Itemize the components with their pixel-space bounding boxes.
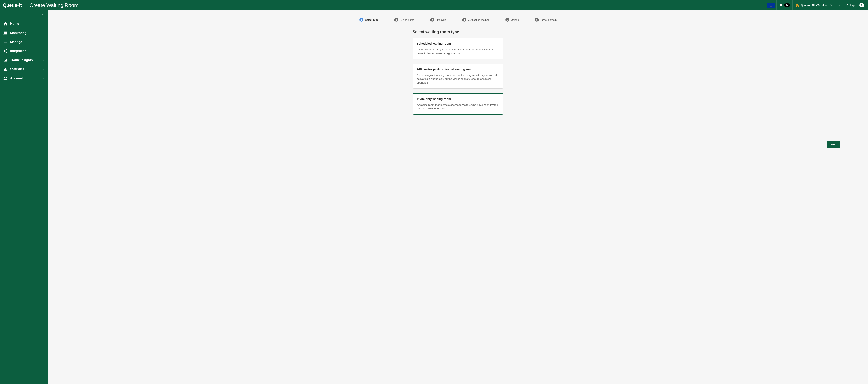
card-desc: A time-bound waiting room that is activa… <box>417 47 499 55</box>
notifications-button[interactable]: 14 <box>777 3 792 7</box>
step-connector <box>448 20 460 20</box>
chevron-down-icon <box>42 41 45 43</box>
card-title: Invite-only waiting room <box>417 97 499 101</box>
option-invite-only[interactable]: Invite-only waiting room A waiting room … <box>413 93 503 115</box>
impersonate-button[interactable]: Imp.. <box>844 4 858 7</box>
sidebar-item-traffic[interactable]: Traffic Insights <box>0 56 48 65</box>
app-header: Queueit Create Waiting Room 14 Queue-it … <box>0 0 868 10</box>
svg-point-3 <box>772 4 773 5</box>
svg-point-10 <box>770 5 770 5</box>
sidebar-item-statistics[interactable]: Statistics <box>0 65 48 74</box>
svg-point-12 <box>770 4 771 4</box>
account-switcher[interactable]: Queue-it NineTronics... (nin... <box>793 3 843 7</box>
chevron-down-icon <box>42 68 45 70</box>
next-button[interactable]: Next <box>827 141 840 148</box>
sidebar-item-manage[interactable]: Manage <box>0 37 48 46</box>
section-title: Select waiting room type <box>413 30 503 34</box>
sidebar-item-label: Statistics <box>10 67 42 71</box>
card-desc: A waiting room that restricts access to … <box>417 103 499 110</box>
wizard-footer: Next <box>48 139 868 154</box>
bar-chart-icon <box>3 67 7 71</box>
header-right: 14 Queue-it NineTronics... (nin... Imp..… <box>766 0 865 10</box>
step-number: 6 <box>535 18 539 22</box>
account-label: Queue-it NineTronics... (nin... <box>801 4 836 7</box>
svg-point-2 <box>772 4 772 4</box>
step-select-type[interactable]: 1 Select type <box>360 18 378 22</box>
step-number: 2 <box>394 18 398 22</box>
users-icon <box>3 76 7 81</box>
step-connector <box>521 20 533 20</box>
sidebar-item-account[interactable]: Account <box>0 74 48 83</box>
sidebar-item-label: Traffic Insights <box>10 58 42 62</box>
chevron-down-icon <box>42 32 45 34</box>
step-number: 5 <box>505 18 509 22</box>
help-button[interactable]: ? <box>859 3 864 7</box>
step-label: Life cycle <box>436 18 446 21</box>
page-title: Create Waiting Room <box>30 2 79 8</box>
svg-point-8 <box>770 6 771 6</box>
notif-count-badge: 14 <box>784 3 790 7</box>
wizard-content: Select waiting room type Scheduled waiti… <box>409 30 507 139</box>
sidebar-collapse-button[interactable] <box>0 12 48 19</box>
sidebar-item-label: Account <box>10 76 42 80</box>
card-title: 24/7 visitor peak protected waiting room <box>417 67 499 71</box>
step-connector <box>416 20 428 20</box>
step-life-cycle[interactable]: 3 Life cycle <box>430 18 446 22</box>
step-number: 1 <box>360 18 363 22</box>
step-connector <box>380 20 392 20</box>
bell-icon <box>779 3 783 7</box>
region-flag-eu[interactable] <box>767 3 775 8</box>
option-247[interactable]: 24/7 visitor peak protected waiting room… <box>413 64 503 89</box>
main-content: 1 Select type 2 ID and name 3 Life cycle… <box>48 10 868 384</box>
step-number: 4 <box>462 18 466 22</box>
svg-point-7 <box>771 6 771 7</box>
step-upload[interactable]: 5 Upload <box>505 18 519 22</box>
sidebar-item-label: Manage <box>10 40 42 44</box>
card-title: Scheduled waiting room <box>417 42 499 45</box>
step-label: Select type <box>365 18 378 21</box>
step-label: ID and name <box>400 18 414 21</box>
card-desc: An ever-vigilant waiting room that conti… <box>417 73 499 85</box>
step-number: 3 <box>430 18 434 22</box>
wizard-stepper: 1 Select type 2 ID and name 3 Life cycle… <box>48 10 868 26</box>
step-id-name[interactable]: 2 ID and name <box>394 18 414 22</box>
svg-point-6 <box>772 6 772 6</box>
svg-rect-0 <box>767 3 775 8</box>
sidebar-item-home[interactable]: Home <box>0 19 48 28</box>
step-label: Upload <box>511 18 519 21</box>
user-x-icon <box>846 4 849 7</box>
chart-line-icon <box>3 58 7 62</box>
svg-point-1 <box>771 4 771 4</box>
sidebar-item-label: Integration <box>10 49 42 53</box>
sidebar-item-integration[interactable]: Integration <box>0 46 48 56</box>
svg-point-9 <box>770 6 770 6</box>
chevron-down-icon <box>838 4 841 6</box>
impersonate-label: Imp.. <box>850 4 856 7</box>
sidebar: Home Monitoring Manage Integration Traff… <box>0 10 48 384</box>
chevron-down-icon <box>42 50 45 52</box>
step-label: Verification method <box>468 18 490 21</box>
svg-point-11 <box>770 4 770 5</box>
sidebar-item-monitoring[interactable]: Monitoring <box>0 28 48 37</box>
step-connector <box>492 20 503 20</box>
incognito-icon <box>796 3 799 7</box>
home-icon <box>3 22 7 26</box>
step-verification[interactable]: 4 Verification method <box>462 18 490 22</box>
step-label: Target domain <box>540 18 557 21</box>
chevron-left-icon <box>41 13 44 16</box>
svg-point-5 <box>772 6 773 6</box>
sidebar-item-label: Monitoring <box>10 31 42 35</box>
chevron-down-icon <box>42 77 45 79</box>
step-target-domain[interactable]: 6 Target domain <box>535 18 557 22</box>
monitor-icon <box>3 31 7 35</box>
svg-point-4 <box>772 5 773 5</box>
option-scheduled[interactable]: Scheduled waiting room A time-bound wait… <box>413 38 503 59</box>
brand-logo: Queueit <box>3 2 22 8</box>
list-icon <box>3 40 7 44</box>
chevron-down-icon <box>42 59 45 61</box>
share-icon <box>3 49 7 53</box>
sidebar-item-label: Home <box>10 22 45 26</box>
